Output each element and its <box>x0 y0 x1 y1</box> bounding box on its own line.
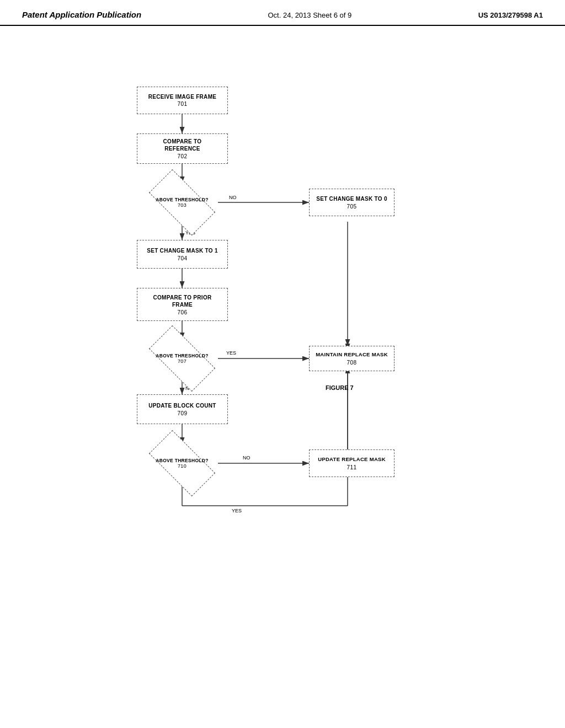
node-704: SET CHANGE MASK TO 1 704 <box>137 240 228 269</box>
node-706: COMPARE TO PRIORFRAME 706 <box>137 288 228 321</box>
yes-710-label: YES <box>232 508 242 513</box>
node-708: MAINTAIN REPLACE MASK 708 <box>309 346 395 371</box>
no-710-label: NO <box>243 455 250 461</box>
node-703: ABOVE THRESHOLD? 703 <box>143 182 221 223</box>
node-711: UPDATE REPLACE MASK 711 <box>309 449 395 477</box>
header-patent-number: US 2013/279598 A1 <box>478 11 543 19</box>
node-710: ABOVE THRESHOLD? 710 <box>143 443 221 484</box>
figure-label: FIGURE 7 <box>326 384 354 391</box>
yes-707-label: YES <box>226 350 236 356</box>
node-709: UPDATE BLOCK COUNT 709 <box>137 394 228 424</box>
node-701: RECEIVE IMAGE FRAME 701 <box>137 87 228 114</box>
header-date-sheet: Oct. 24, 2013 Sheet 6 of 9 <box>268 11 352 19</box>
diagram-area: YES NO YES NO NO YES RECEIVE IMAGE <box>0 26 565 699</box>
page-header: Patent Application Publication Oct. 24, … <box>0 0 565 26</box>
node-702: COMPARE TOREFERENCE 702 <box>137 133 228 164</box>
node-707: ABOVE THRESHOLD? 707 <box>143 338 221 379</box>
node-705: SET CHANGE MASK TO 0 705 <box>309 189 395 216</box>
arrows-svg: YES NO YES NO NO YES <box>0 26 565 699</box>
no-703-label: NO <box>229 195 237 200</box>
header-publication-title: Patent Application Publication <box>22 10 141 19</box>
